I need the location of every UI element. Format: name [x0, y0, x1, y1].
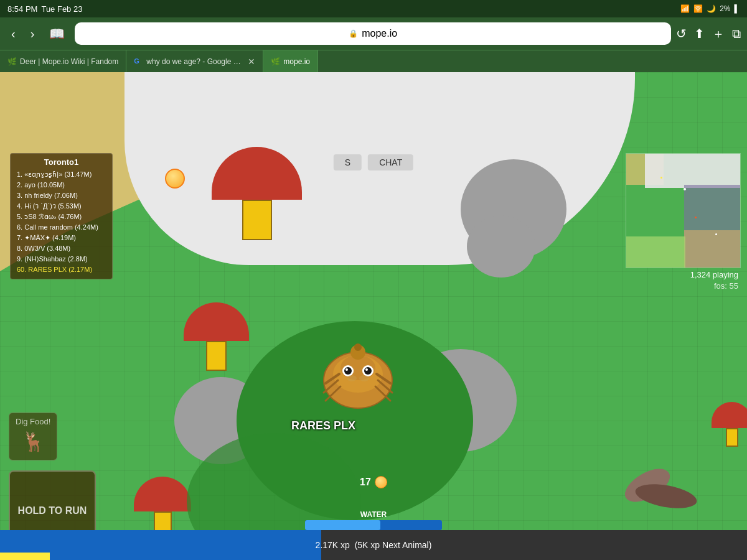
tab-favicon-2: G	[134, 57, 143, 66]
svg-point-7	[344, 367, 352, 375]
top-buttons: S CHAT	[334, 154, 413, 170]
xp-bar: 2.17K xp (5K xp Next Animal)	[0, 530, 747, 560]
tabs-button[interactable]: ⧉	[732, 27, 741, 41]
address-bar[interactable]: 🔒 mope.io	[75, 22, 671, 45]
moon-icon: 🌙	[707, 4, 716, 13]
coin-counter: 17	[360, 476, 387, 488]
tab-favicon-1: 🌿	[7, 57, 16, 66]
mushroom-lower-left	[134, 477, 191, 538]
date-display: Tue Feb 23	[41, 4, 82, 14]
dig-food-area[interactable]: Dig Food! 🦌	[9, 413, 57, 460]
svg-point-4	[354, 343, 362, 351]
url-display: mope.io	[362, 28, 397, 39]
water-bar-fill	[305, 520, 380, 530]
leaderboard-item-60: 60. RARES PLX (2.17M)	[17, 264, 106, 275]
chat-button[interactable]: CHAT	[368, 154, 413, 170]
mushroom-left-middle	[184, 302, 249, 371]
deer-icon: 🦌	[17, 429, 49, 454]
leaderboard-item-6: 6. Call me random (4.24M)	[17, 222, 106, 233]
battery-display: 2%	[720, 4, 730, 13]
tab-bar: 🌿 Deer | Mope.io Wiki | Fandom G why do …	[0, 50, 747, 72]
status-bar-left: 8:54 PM Tue Feb 23	[7, 4, 82, 14]
water-bar-background	[305, 520, 442, 530]
status-bar-right: 📶 🛜 🌙 2% ▌	[680, 4, 740, 13]
leaderboard-item-9: 9. (NH)Shahbaz (2.8M)	[17, 254, 106, 264]
svg-point-10	[365, 368, 368, 371]
battery-icon: ▌	[734, 4, 740, 13]
dig-food-label: Dig Food!	[16, 417, 50, 426]
leaderboard-item-1: 1. «ɛɑɲɣɔʂɦ|» (31.47M)	[17, 169, 106, 180]
time-display: 8:54 PM	[7, 4, 37, 14]
player-name-label: RARES PLX	[291, 419, 355, 432]
leaderboard: Toronto1 1. «ɛɑɲɣɔʂɦ|» (31.47M) 2. ayo (…	[10, 153, 113, 279]
browser-chrome: ‹ › 📖 🔒 mope.io ↺ ⬆ ＋ ⧉ 🌿 Deer | Mope.io…	[0, 17, 747, 72]
mini-map-dot-2	[695, 217, 697, 218]
tab-label-2: why do we age? - Google Search	[146, 57, 242, 66]
tab-deer-wiki[interactable]: 🌿 Deer | Mope.io Wiki | Fandom	[0, 50, 126, 72]
coin-icon	[375, 476, 387, 488]
mushroom-right-edge	[712, 402, 747, 447]
game-container: RARES PLX S CHAT Toronto1 1. «ɛɑɲɣɔʂɦ|» …	[0, 72, 747, 560]
tab-close-2[interactable]: ✕	[248, 57, 255, 67]
leaderboard-item-8: 8. 0W3/V (3.48M)	[17, 243, 106, 254]
mini-map-background	[626, 154, 740, 268]
water-bar-container: WATER	[305, 510, 442, 530]
leaderboard-item-4: 4. Hi (ว ´Д`)ว (5.53M)	[17, 201, 106, 212]
leaderboard-item-3: 3. nh frieldy (7.06M)	[17, 190, 106, 201]
signal-icon: 📶	[680, 4, 690, 13]
share-button[interactable]: ⬆	[694, 26, 705, 41]
svg-point-8	[364, 367, 372, 375]
lock-icon: 🔒	[349, 29, 358, 38]
reload-button[interactable]: ↺	[676, 26, 687, 41]
bookmarks-button[interactable]: 📖	[44, 22, 70, 45]
new-tab-button[interactable]: ＋	[712, 26, 725, 42]
tab-label-3: mope.io	[283, 57, 310, 66]
status-bar: 8:54 PM Tue Feb 23 📶 🛜 🌙 2% ▌	[0, 0, 747, 17]
player-character	[314, 334, 402, 417]
coin-count-value: 17	[360, 477, 371, 488]
leaderboard-item-2: 2. ayo (10.05M)	[17, 180, 106, 190]
tab-label-1: Deer | Mope.io Wiki | Fandom	[20, 57, 118, 66]
tab-mope-io[interactable]: 🌿 mope.io	[263, 50, 318, 72]
mini-map-dot-player	[684, 188, 686, 190]
rock-medium-top	[467, 215, 535, 278]
leaderboard-item-7: 7. ✦MÄX✦ (4.19M)	[17, 233, 106, 243]
svg-point-18	[359, 375, 369, 381]
mini-map	[626, 153, 741, 268]
fps-display: fos: 55	[714, 281, 738, 291]
nav-bar: ‹ › 📖 🔒 mope.io ↺ ⬆ ＋ ⧉	[0, 17, 747, 50]
mini-map-dot-1	[660, 177, 662, 179]
leaderboard-title: Toronto1	[17, 157, 106, 167]
tab-google-search[interactable]: G why do we age? - Google Search ✕	[126, 50, 263, 72]
leaderboard-item-5: 5. ɔS8 ℛɑω𝓇 (4.76M)	[17, 212, 106, 222]
water-bar-label: WATER	[305, 510, 442, 519]
back-button[interactable]: ‹	[6, 23, 21, 45]
svg-point-17	[347, 375, 357, 381]
mushroom-top-center	[212, 147, 302, 240]
tab-favicon-3: 🌿	[271, 57, 280, 66]
wifi-icon: 🛜	[693, 4, 703, 13]
forward-button[interactable]: ›	[26, 23, 40, 45]
svg-point-9	[345, 368, 348, 371]
playing-count: 1,324 playing	[690, 270, 738, 279]
xp-text-display: 2.17K xp (5K xp Next Animal)	[316, 540, 432, 550]
nav-actions: ↺ ⬆ ＋ ⧉	[676, 26, 741, 42]
hold-to-run-label: HOLD TO RUN	[18, 505, 87, 516]
yellow-progress-bar	[0, 553, 50, 560]
s-button[interactable]: S	[334, 154, 362, 170]
